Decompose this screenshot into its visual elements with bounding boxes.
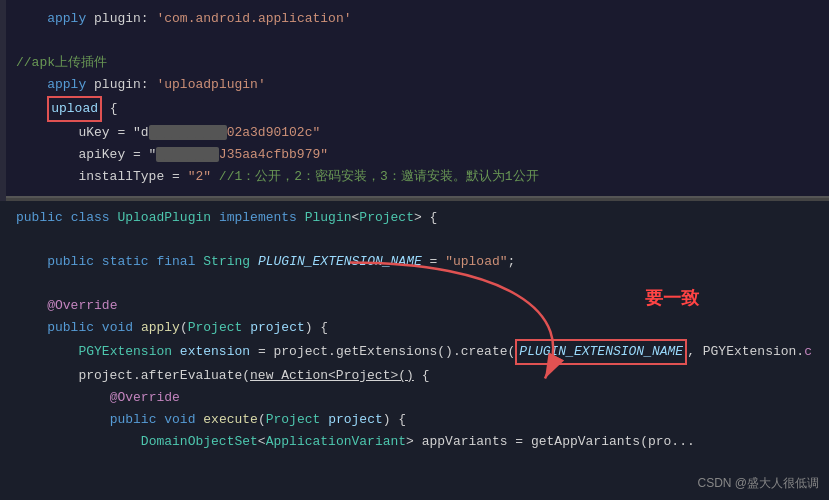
code-line-aftereval: project.afterEvaluate(new Action<Project… — [0, 365, 829, 387]
watermark: CSDN @盛大人很低调 — [697, 475, 819, 492]
interface-plugin: Plugin — [305, 210, 352, 225]
comment-apk: //apk上传插件 — [16, 55, 107, 70]
kw-plugin: plugin: — [94, 11, 156, 26]
top-code-section: apply plugin: 'com.android.application' … — [0, 0, 829, 198]
str-uploadplugin: 'uploadplugin' — [156, 77, 265, 92]
code-line-apply2: apply plugin: 'uploadplugin' — [0, 74, 829, 96]
kw-final: final — [156, 254, 195, 269]
param-extension: extension — [180, 344, 250, 359]
code-line-blank-bottom — [0, 229, 829, 251]
type-domainobjectset: DomainObjectSet — [141, 434, 258, 449]
method-apply: apply — [141, 320, 180, 335]
code-line-apply-method: public void apply(Project project) { — [0, 317, 829, 339]
code-line-blank2 — [0, 273, 829, 295]
annotation-override1: @Override — [47, 298, 117, 313]
code-line-class-decl: public class UploadPlugin implements Plu… — [0, 207, 829, 229]
kw-public-field: public — [47, 254, 94, 269]
redacted-apikey: ________ — [156, 147, 218, 162]
plugin-ext-name-box: PLUGIN_EXTENSION_NAME — [515, 339, 687, 365]
redacted-ukey: __________ — [149, 125, 227, 140]
code-line-execute: public void execute(Project project) { — [0, 409, 829, 431]
pgy-c: c — [804, 344, 812, 359]
kw-void-execute: void — [164, 412, 195, 427]
new-action-link[interactable]: new Action<Project>() — [250, 368, 414, 383]
code-line-installtype: installType = "2" //1：公开，2：密码安装，3：邀请安装。默… — [0, 166, 829, 188]
type-project: Project — [359, 210, 414, 225]
code-line-upload-block: upload { — [0, 96, 829, 122]
code-line-domain: DomainObjectSet<ApplicationVariant> appV… — [0, 431, 829, 453]
code-line-apply1: apply plugin: 'com.android.application' — [0, 8, 829, 30]
kw-class: class — [71, 210, 110, 225]
bottom-code-section: public class UploadPlugin implements Plu… — [0, 201, 829, 500]
upload-keyword-box: upload — [47, 96, 102, 122]
code-line-ukey: uKey = "d__________02a3d90102c" — [0, 122, 829, 144]
kw-implements: implements — [219, 210, 297, 225]
screenshot-container: apply plugin: 'com.android.application' … — [0, 0, 829, 500]
kw-apply: apply — [47, 11, 86, 26]
code-line-override1: @Override — [0, 295, 829, 317]
code-line-comment: //apk上传插件 — [0, 52, 829, 74]
str-ukey-end: 02a3d90102c" — [227, 125, 321, 140]
str-apikey-end: J35aa4cfbb979" — [219, 147, 328, 162]
str-upload-value: "upload" — [445, 254, 507, 269]
code-line-blank1 — [0, 30, 829, 52]
kw-string-type: String — [203, 254, 250, 269]
type-project2: Project — [188, 320, 243, 335]
type-project3: Project — [266, 412, 321, 427]
kw-plugin2: plugin: — [94, 77, 156, 92]
kw-public-method: public — [47, 320, 94, 335]
kw-apply2: apply — [47, 77, 86, 92]
type-appvariant: ApplicationVariant — [266, 434, 406, 449]
code-line-pgyext: PGYExtension extension = project.getExte… — [0, 339, 829, 365]
param-project2: project — [328, 412, 383, 427]
kw-void: void — [102, 320, 133, 335]
param-project: project — [250, 320, 305, 335]
method-execute: execute — [203, 412, 258, 427]
annotation-override2: @Override — [110, 390, 180, 405]
kw-public-class: public — [16, 210, 63, 225]
str-com-android: 'com.android.application' — [156, 11, 351, 26]
kw-static: static — [102, 254, 149, 269]
classname-uploadplugin: UploadPlugin — [117, 210, 211, 225]
code-line-apikey: apiKey = "________J35aa4cfbb979" — [0, 144, 829, 166]
code-line-field: public static final String PLUGIN_EXTENS… — [0, 251, 829, 273]
type-pgyextension: PGYExtension — [78, 344, 172, 359]
yao-yizhi-label: 要一致 — [645, 286, 699, 310]
field-plugin-ext-name: PLUGIN_EXTENSION_NAME — [258, 254, 422, 269]
str-installtype: "2" — [188, 169, 211, 184]
comment-installtype: //1：公开，2：密码安装，3：邀请安装。默认为1公开 — [219, 169, 539, 184]
kw-public-execute: public — [110, 412, 157, 427]
code-line-override2: @Override — [0, 387, 829, 409]
